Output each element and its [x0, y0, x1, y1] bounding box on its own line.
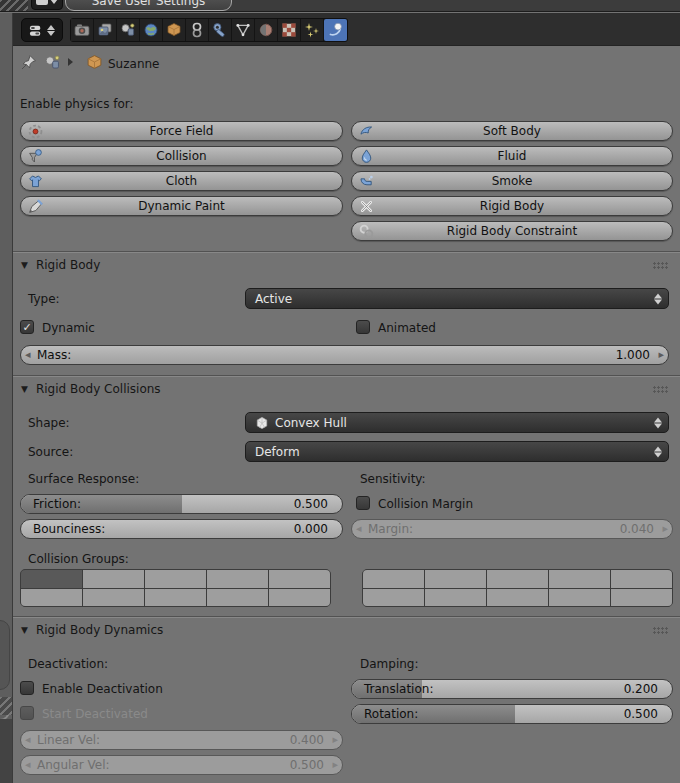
collision-group-toggle[interactable] [269, 589, 330, 607]
collision-group-toggle[interactable] [487, 570, 548, 588]
linear-velocity-field: ◂ Linear Vel: 0.400 ▸ [20, 730, 343, 750]
type-dropdown[interactable]: Active [245, 288, 669, 309]
angular-vel-value: 0.500 [290, 758, 324, 772]
collision-group-toggle[interactable] [207, 570, 268, 588]
panel-drag-grip-icon[interactable] [653, 386, 668, 394]
panel-drag-grip-icon[interactable] [653, 627, 668, 635]
collision-group-toggle[interactable] [611, 570, 672, 588]
decrement-arrow-icon[interactable]: ◂ [25, 348, 31, 361]
collision-group-toggle[interactable] [269, 570, 330, 588]
scene-icon [120, 22, 136, 38]
soft-body-button[interactable]: Soft Body [351, 121, 673, 141]
force-field-button[interactable]: Force Field [20, 121, 343, 141]
sparkles-icon [304, 22, 320, 38]
properties-editor-icon [29, 23, 44, 38]
checker-icon [281, 22, 297, 38]
mass-value: 1.000 [616, 348, 650, 362]
tab-render[interactable] [71, 19, 94, 41]
tab-scene[interactable] [117, 19, 140, 41]
dynamic-checkbox[interactable]: ✓ [20, 320, 34, 334]
translation-damping-slider[interactable]: Translation: 0.200 [351, 679, 673, 699]
tab-physics[interactable] [324, 19, 347, 41]
collision-group-toggle[interactable] [363, 589, 424, 607]
collision-group-toggle[interactable] [611, 589, 672, 607]
tab-render-layers[interactable] [94, 19, 117, 41]
panel-drag-grip-icon[interactable] [653, 262, 668, 270]
collision-group-toggle[interactable] [145, 589, 206, 607]
pin-icon[interactable] [20, 54, 37, 71]
collision-group-toggle[interactable] [145, 570, 206, 588]
fluid-button[interactable]: Fluid [351, 146, 673, 166]
collision-margin-label[interactable]: Collision Margin [378, 497, 473, 511]
rigid-body-button[interactable]: Rigid Body [351, 196, 673, 216]
dynamic-checkbox-label[interactable]: Dynamic [42, 321, 95, 335]
enable-deactivation-checkbox[interactable] [20, 681, 34, 695]
collision-button[interactable]: Collision [20, 146, 343, 166]
tab-texture[interactable] [278, 19, 301, 41]
collision-group-toggle[interactable] [549, 570, 610, 588]
collision-groups-block-1 [20, 569, 331, 607]
collision-group-toggle[interactable] [425, 570, 486, 588]
mass-field[interactable]: ◂ Mass: 1.000 ▸ [20, 345, 669, 365]
rigid-body-panel-title: Rigid Body [36, 258, 100, 272]
editor-type-selector[interactable] [21, 18, 63, 42]
dynamics-panel-header[interactable]: ▼ Rigid Body Dynamics [21, 623, 163, 637]
cloth-button[interactable]: Cloth [20, 171, 343, 191]
tab-particles[interactable] [301, 19, 324, 41]
breadcrumb-object-name[interactable]: Suzanne [108, 57, 159, 71]
dynamic-paint-button[interactable]: Dynamic Paint [20, 196, 343, 216]
collision-group-toggle[interactable] [207, 589, 268, 607]
tab-object-data[interactable] [232, 19, 255, 41]
rotation-damping-slider[interactable]: Rotation: 0.500 [351, 704, 673, 724]
collapse-triangle-icon[interactable]: ▼ [21, 384, 28, 394]
dropdown-arrows-icon [654, 293, 662, 304]
rigid-body-label: Rigid Body [480, 199, 544, 213]
collision-group-toggle[interactable] [363, 570, 424, 588]
enable-deactivation-label[interactable]: Enable Deactivation [42, 682, 163, 696]
editor-type-menu-button[interactable] [31, 0, 63, 10]
tab-world[interactable] [140, 19, 163, 41]
collision-group-toggle[interactable] [487, 589, 548, 607]
animated-checkbox[interactable] [356, 320, 370, 334]
breadcrumb-chevron-icon [68, 58, 73, 66]
smoke-button[interactable]: Smoke [351, 171, 673, 191]
collision-group-toggle[interactable] [83, 570, 144, 588]
rigid-body-panel-header[interactable]: ▼ Rigid Body [21, 258, 100, 272]
start-deactivated-checkbox [20, 706, 34, 720]
bounciness-label: Bounciness: [33, 522, 105, 536]
tab-constraints[interactable] [186, 19, 209, 41]
collapse-triangle-icon[interactable]: ▼ [21, 260, 28, 270]
collisions-panel-title: Rigid Body Collisions [36, 382, 161, 396]
collision-margin-checkbox[interactable] [356, 496, 370, 510]
force-field-icon [27, 123, 44, 140]
collapse-triangle-icon[interactable]: ▼ [21, 625, 28, 635]
collision-group-toggle[interactable] [425, 589, 486, 607]
animated-checkbox-label[interactable]: Animated [378, 321, 436, 335]
object-cube-icon[interactable] [86, 54, 103, 71]
bounciness-slider[interactable]: Bounciness: 0.000 [20, 519, 343, 539]
chain-link-icon [189, 22, 205, 38]
left-strip-grip[interactable] [0, 697, 13, 715]
scene-breadcrumb-icon[interactable] [44, 54, 61, 71]
collision-group-toggle[interactable] [83, 589, 144, 607]
rigid-body-constraint-button[interactable]: Rigid Body Constraint [351, 221, 673, 241]
bounciness-value: 0.000 [294, 522, 328, 536]
deactivation-label: Deactivation: [28, 657, 108, 671]
source-dropdown[interactable]: Deform [245, 441, 669, 462]
increment-arrow-icon[interactable]: ▸ [658, 348, 664, 361]
friction-slider[interactable]: Friction: 0.500 [20, 494, 343, 514]
collision-group-toggle[interactable] [21, 589, 82, 607]
save-user-settings-button[interactable]: Save User Settings [65, 0, 232, 11]
collisions-panel-header[interactable]: ▼ Rigid Body Collisions [21, 382, 161, 396]
tab-material[interactable] [255, 19, 278, 41]
triangle-mesh-icon [235, 22, 251, 38]
tab-modifiers[interactable] [209, 19, 232, 41]
shape-dropdown[interactable]: Convex Hull [245, 412, 669, 433]
collision-group-toggle[interactable] [549, 589, 610, 607]
rotation-value: 0.500 [624, 707, 658, 721]
increment-arrow-icon: ▸ [662, 522, 668, 535]
shape-label: Shape: [28, 416, 70, 430]
area-corner-grip[interactable] [0, 0, 28, 12]
tab-object[interactable] [163, 19, 186, 41]
collision-group-toggle[interactable] [21, 570, 82, 588]
